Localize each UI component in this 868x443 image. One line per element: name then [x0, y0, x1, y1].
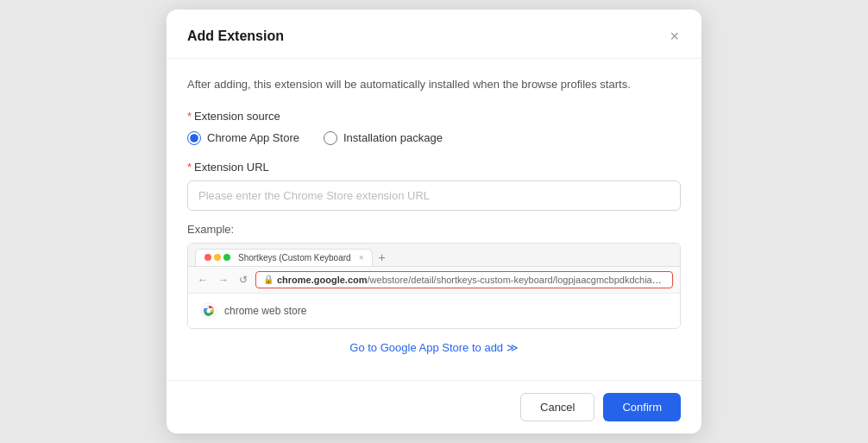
info-text: After adding, this extension will be aut…	[187, 76, 681, 94]
example-label: Example:	[187, 223, 681, 236]
browser-preview: Shortkeys (Custom Keyboard × + ← → ↺ 🔒 c…	[187, 243, 681, 329]
url-text: chrome.google.com/webstore/detail/shortk…	[277, 275, 665, 285]
required-star-url: *	[187, 161, 192, 174]
new-tab-button[interactable]: +	[373, 249, 390, 266]
url-domain: chrome.google.com	[277, 275, 368, 285]
back-button[interactable]: ←	[195, 272, 211, 288]
svg-point-2	[207, 308, 211, 313]
dialog-title: Add Extension	[187, 28, 284, 44]
reload-button[interactable]: ↺	[236, 272, 250, 288]
cancel-button[interactable]: Cancel	[520, 393, 594, 421]
radio-installation-package[interactable]: Installation package	[324, 131, 443, 145]
chrome-web-store-icon	[200, 302, 217, 320]
dot-green	[223, 254, 230, 261]
dialog-body: After adding, this extension will be aut…	[167, 59, 701, 380]
dot-yellow	[214, 254, 221, 261]
radio-input-chrome-app-store[interactable]	[187, 131, 201, 145]
browser-tab: Shortkeys (Custom Keyboard ×	[195, 249, 373, 266]
extension-source-label: * Extension source	[187, 110, 681, 123]
app-store-link[interactable]: Go to Google App Store to add ≫	[349, 341, 518, 354]
browser-tabs-bar: Shortkeys (Custom Keyboard × +	[188, 244, 680, 267]
extension-url-input[interactable]	[187, 180, 681, 211]
extension-source-radio-group: Chrome App Store Installation package	[187, 131, 681, 145]
extension-source-text: Extension source	[194, 110, 280, 123]
browser-tab-dots	[204, 254, 230, 261]
forward-button[interactable]: →	[216, 272, 231, 288]
add-extension-dialog: Add Extension × After adding, this exten…	[167, 9, 701, 434]
radio-label-installation-package: Installation package	[343, 131, 443, 144]
dialog-footer: Cancel Confirm	[167, 380, 701, 434]
lock-icon: 🔒	[263, 275, 274, 284]
close-button[interactable]: ×	[668, 27, 681, 46]
browser-content-text: chrome web store	[224, 305, 306, 317]
dot-red	[204, 254, 211, 261]
required-star-source: *	[187, 110, 192, 123]
browser-tab-label: Shortkeys (Custom Keyboard	[238, 253, 351, 263]
radio-label-chrome-app-store: Chrome App Store	[207, 131, 299, 144]
tab-close-icon: ×	[359, 253, 364, 263]
dialog-header: Add Extension ×	[167, 9, 701, 59]
extension-url-label: * Extension URL	[187, 161, 681, 174]
extension-url-text: Extension URL	[194, 161, 269, 174]
dialog-backdrop: Add Extension × After adding, this exten…	[0, 0, 868, 443]
browser-url-bar: 🔒 chrome.google.com/webstore/detail/shor…	[255, 271, 673, 288]
app-store-link-row: Go to Google App Store to add ≫	[187, 341, 681, 358]
browser-toolbar: ← → ↺ 🔒 chrome.google.com/webstore/detai…	[188, 267, 680, 294]
browser-content: chrome web store	[188, 294, 680, 328]
radio-input-installation-package[interactable]	[324, 131, 337, 145]
confirm-button[interactable]: Confirm	[603, 393, 681, 421]
radio-chrome-app-store[interactable]: Chrome App Store	[187, 131, 299, 145]
url-path: /webstore/detail/shortkeys-custom-keyboa…	[368, 275, 665, 285]
